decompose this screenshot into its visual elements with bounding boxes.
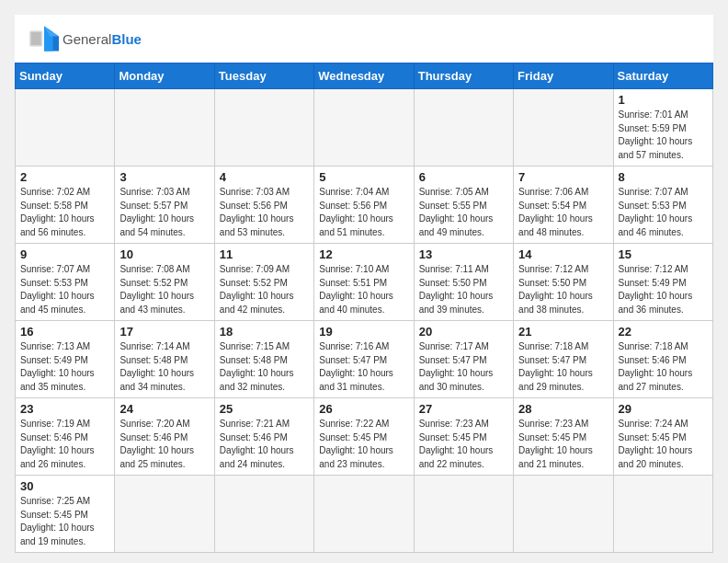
- day-cell: 21Sunrise: 7:18 AM Sunset: 5:47 PM Dayli…: [514, 321, 613, 398]
- day-info: Sunrise: 7:05 AM Sunset: 5:55 PM Dayligh…: [419, 186, 508, 239]
- day-cell: 30Sunrise: 7:25 AM Sunset: 5:45 PM Dayli…: [16, 476, 115, 553]
- day-cell: [214, 476, 313, 553]
- day-header-monday: Monday: [115, 63, 214, 89]
- day-number: 1: [619, 93, 708, 107]
- logo-text: GeneralBlue: [63, 31, 142, 47]
- day-number: 28: [518, 402, 608, 416]
- week-row-6: 30Sunrise: 7:25 AM Sunset: 5:45 PM Dayli…: [16, 476, 713, 553]
- day-info: Sunrise: 7:21 AM Sunset: 5:46 PM Dayligh…: [220, 418, 309, 471]
- day-info: Sunrise: 7:22 AM Sunset: 5:45 PM Dayligh…: [319, 418, 408, 471]
- day-info: Sunrise: 7:04 AM Sunset: 5:56 PM Dayligh…: [319, 186, 408, 239]
- day-number: 25: [220, 402, 309, 416]
- day-number: 18: [220, 325, 309, 339]
- day-info: Sunrise: 7:18 AM Sunset: 5:46 PM Dayligh…: [619, 340, 708, 394]
- day-header-wednesday: Wednesday: [314, 63, 414, 89]
- logo: GeneralBlue: [29, 26, 142, 52]
- day-number: 12: [319, 247, 408, 261]
- day-info: Sunrise: 7:03 AM Sunset: 5:57 PM Dayligh…: [119, 186, 209, 239]
- day-cell: 1Sunrise: 7:01 AM Sunset: 5:59 PM Daylig…: [613, 89, 712, 167]
- day-info: Sunrise: 7:15 AM Sunset: 5:48 PM Dayligh…: [220, 340, 309, 394]
- day-cell: [314, 89, 414, 167]
- day-cell: 27Sunrise: 7:23 AM Sunset: 5:45 PM Dayli…: [414, 398, 513, 476]
- day-info: Sunrise: 7:08 AM Sunset: 5:52 PM Dayligh…: [119, 263, 209, 316]
- day-info: Sunrise: 7:03 AM Sunset: 5:56 PM Dayligh…: [220, 186, 309, 239]
- day-number: 15: [619, 247, 708, 261]
- day-cell: 4Sunrise: 7:03 AM Sunset: 5:56 PM Daylig…: [214, 167, 313, 244]
- day-cell: [16, 89, 115, 167]
- day-cell: 9Sunrise: 7:07 AM Sunset: 5:53 PM Daylig…: [16, 244, 115, 321]
- day-number: 16: [20, 325, 109, 339]
- day-number: 4: [220, 170, 309, 184]
- day-cell: [414, 89, 513, 167]
- day-number: 22: [619, 325, 708, 339]
- day-cell: 5Sunrise: 7:04 AM Sunset: 5:56 PM Daylig…: [314, 167, 414, 244]
- day-number: 5: [319, 170, 408, 184]
- day-cell: 8Sunrise: 7:07 AM Sunset: 5:53 PM Daylig…: [613, 167, 712, 244]
- day-info: Sunrise: 7:07 AM Sunset: 5:53 PM Dayligh…: [619, 186, 708, 239]
- day-number: 14: [518, 247, 608, 261]
- week-row-2: 2Sunrise: 7:02 AM Sunset: 5:58 PM Daylig…: [16, 167, 713, 244]
- day-number: 6: [419, 170, 508, 184]
- day-cell: 19Sunrise: 7:16 AM Sunset: 5:47 PM Dayli…: [314, 321, 414, 398]
- day-cell: 25Sunrise: 7:21 AM Sunset: 5:46 PM Dayli…: [214, 398, 313, 476]
- day-info: Sunrise: 7:06 AM Sunset: 5:54 PM Dayligh…: [518, 186, 608, 239]
- day-info: Sunrise: 7:10 AM Sunset: 5:51 PM Dayligh…: [319, 263, 408, 316]
- days-header-row: SundayMondayTuesdayWednesdayThursdayFrid…: [16, 63, 713, 89]
- day-cell: 23Sunrise: 7:19 AM Sunset: 5:46 PM Dayli…: [16, 398, 115, 476]
- day-header-thursday: Thursday: [414, 63, 513, 89]
- day-info: Sunrise: 7:19 AM Sunset: 5:46 PM Dayligh…: [20, 418, 109, 471]
- day-cell: 20Sunrise: 7:17 AM Sunset: 5:47 PM Dayli…: [414, 321, 513, 398]
- day-cell: 3Sunrise: 7:03 AM Sunset: 5:57 PM Daylig…: [115, 167, 214, 244]
- day-cell: 6Sunrise: 7:05 AM Sunset: 5:55 PM Daylig…: [414, 167, 513, 244]
- day-cell: 24Sunrise: 7:20 AM Sunset: 5:46 PM Dayli…: [115, 398, 214, 476]
- day-number: 23: [20, 402, 109, 416]
- day-info: Sunrise: 7:12 AM Sunset: 5:50 PM Dayligh…: [518, 263, 608, 316]
- day-number: 21: [518, 325, 608, 339]
- page-header: GeneralBlue: [15, 15, 713, 59]
- day-info: Sunrise: 7:12 AM Sunset: 5:49 PM Dayligh…: [619, 263, 708, 316]
- day-info: Sunrise: 7:13 AM Sunset: 5:49 PM Dayligh…: [20, 340, 109, 394]
- day-header-tuesday: Tuesday: [214, 63, 313, 89]
- day-info: Sunrise: 7:07 AM Sunset: 5:53 PM Dayligh…: [20, 263, 109, 316]
- day-cell: 7Sunrise: 7:06 AM Sunset: 5:54 PM Daylig…: [514, 167, 613, 244]
- day-number: 24: [119, 402, 209, 416]
- day-number: 7: [518, 170, 608, 184]
- day-number: 13: [419, 247, 508, 261]
- day-cell: 11Sunrise: 7:09 AM Sunset: 5:52 PM Dayli…: [214, 244, 313, 321]
- day-info: Sunrise: 7:09 AM Sunset: 5:52 PM Dayligh…: [220, 263, 309, 316]
- day-cell: 28Sunrise: 7:23 AM Sunset: 5:45 PM Dayli…: [514, 398, 613, 476]
- day-cell: 10Sunrise: 7:08 AM Sunset: 5:52 PM Dayli…: [115, 244, 214, 321]
- day-cell: 17Sunrise: 7:14 AM Sunset: 5:48 PM Dayli…: [115, 321, 214, 398]
- day-cell: 12Sunrise: 7:10 AM Sunset: 5:51 PM Dayli…: [314, 244, 414, 321]
- day-info: Sunrise: 7:18 AM Sunset: 5:47 PM Dayligh…: [518, 340, 608, 394]
- day-cell: 18Sunrise: 7:15 AM Sunset: 5:48 PM Dayli…: [214, 321, 313, 398]
- week-row-4: 16Sunrise: 7:13 AM Sunset: 5:49 PM Dayli…: [16, 321, 713, 398]
- day-info: Sunrise: 7:25 AM Sunset: 5:45 PM Dayligh…: [20, 495, 109, 548]
- day-cell: 15Sunrise: 7:12 AM Sunset: 5:49 PM Dayli…: [613, 244, 712, 321]
- day-number: 29: [619, 402, 708, 416]
- week-row-3: 9Sunrise: 7:07 AM Sunset: 5:53 PM Daylig…: [16, 244, 713, 321]
- day-cell: 26Sunrise: 7:22 AM Sunset: 5:45 PM Dayli…: [314, 398, 414, 476]
- week-row-1: 1Sunrise: 7:01 AM Sunset: 5:59 PM Daylig…: [16, 89, 713, 167]
- day-cell: [514, 476, 613, 553]
- day-info: Sunrise: 7:02 AM Sunset: 5:58 PM Dayligh…: [20, 186, 109, 239]
- day-cell: [115, 89, 214, 167]
- day-number: 3: [119, 170, 209, 184]
- day-number: 11: [220, 247, 309, 261]
- day-number: 27: [419, 402, 508, 416]
- calendar-table: SundayMondayTuesdayWednesdayThursdayFrid…: [15, 63, 713, 553]
- day-number: 17: [119, 325, 209, 339]
- day-header-sunday: Sunday: [16, 63, 115, 89]
- day-info: Sunrise: 7:01 AM Sunset: 5:59 PM Dayligh…: [619, 109, 708, 162]
- day-number: 30: [20, 479, 109, 493]
- day-cell: 22Sunrise: 7:18 AM Sunset: 5:46 PM Dayli…: [613, 321, 712, 398]
- day-cell: 29Sunrise: 7:24 AM Sunset: 5:45 PM Dayli…: [613, 398, 712, 476]
- day-number: 10: [119, 247, 209, 261]
- day-number: 9: [20, 247, 109, 261]
- day-number: 20: [419, 325, 508, 339]
- day-info: Sunrise: 7:14 AM Sunset: 5:48 PM Dayligh…: [119, 340, 209, 394]
- calendar-page: GeneralBlue SundayMondayTuesdayWednesday…: [15, 15, 713, 553]
- svg-rect-1: [31, 32, 41, 45]
- week-row-5: 23Sunrise: 7:19 AM Sunset: 5:46 PM Dayli…: [16, 398, 713, 476]
- day-cell: [214, 89, 313, 167]
